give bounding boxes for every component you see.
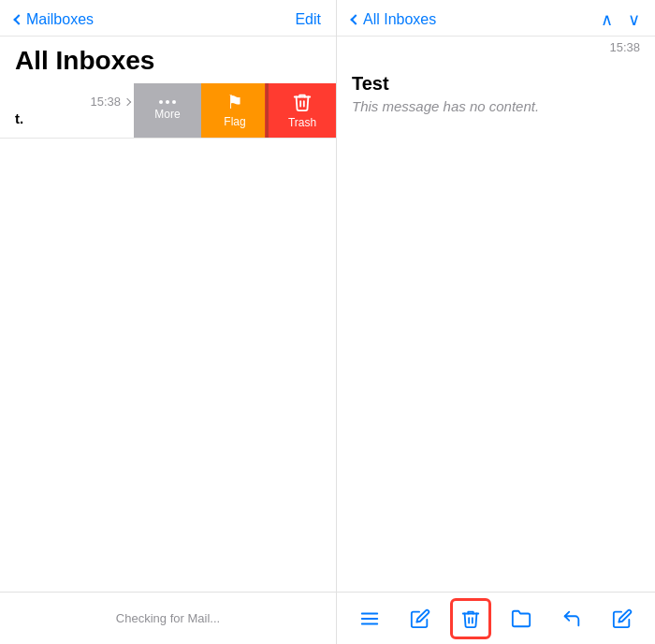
right-panel: All Inboxes ∧ ∨ 15:38 Test This message … bbox=[337, 0, 655, 644]
folder-button[interactable] bbox=[501, 598, 542, 639]
nav-down-arrow[interactable]: ∨ bbox=[628, 11, 640, 28]
compose-icon bbox=[410, 608, 430, 629]
swipe-flag-label: Flag bbox=[224, 115, 245, 128]
forward-icon bbox=[612, 608, 633, 629]
checking-status: Checking for Mail... bbox=[116, 611, 220, 625]
right-nav: All Inboxes ∧ ∨ bbox=[337, 0, 655, 37]
menu-icon bbox=[359, 608, 380, 629]
swipe-flag-button[interactable]: ⚑ Flag bbox=[201, 83, 269, 138]
nav-up-arrow[interactable]: ∧ bbox=[601, 11, 613, 28]
flag-icon: ⚑ bbox=[226, 93, 243, 111]
mail-item[interactable]: 15:38 t. More ⚑ bbox=[0, 83, 336, 139]
mail-item-time: 15:38 bbox=[90, 95, 121, 109]
right-time: 15:38 bbox=[337, 37, 655, 58]
right-toolbar bbox=[337, 592, 655, 644]
forward-button[interactable] bbox=[602, 598, 643, 639]
folder-icon bbox=[511, 608, 531, 629]
mailboxes-back-button[interactable]: Mailboxes bbox=[15, 11, 94, 28]
mailboxes-label: Mailboxes bbox=[26, 11, 94, 28]
email-body: This message has no content. bbox=[352, 98, 640, 114]
trash-swipe-icon bbox=[292, 92, 313, 112]
email-subject: Test bbox=[352, 73, 640, 95]
mail-item-time-row: 15:38 bbox=[15, 95, 130, 109]
left-nav: Mailboxes Edit bbox=[0, 0, 336, 37]
trash-toolbar-icon bbox=[460, 608, 481, 629]
dot bbox=[172, 100, 176, 104]
trash-toolbar-button[interactable] bbox=[450, 598, 491, 639]
chevron-left-icon bbox=[13, 14, 23, 24]
left-panel-title: All Inboxes bbox=[0, 37, 336, 83]
reply-icon bbox=[561, 608, 582, 629]
all-inboxes-back-button[interactable]: All Inboxes bbox=[352, 11, 436, 28]
menu-button[interactable] bbox=[349, 598, 390, 639]
chevron-left-icon bbox=[350, 14, 360, 24]
swipe-trash-button[interactable]: Trash bbox=[269, 83, 336, 138]
mail-item-chevron-icon bbox=[124, 97, 131, 105]
dot bbox=[166, 100, 169, 104]
mail-item-sender: t. bbox=[15, 110, 130, 126]
swipe-trash-label: Trash bbox=[288, 116, 316, 129]
swipe-more-label: More bbox=[154, 108, 180, 121]
email-content: Test This message has no content. bbox=[337, 58, 655, 592]
left-toolbar: Checking for Mail... bbox=[0, 592, 336, 644]
nav-arrows: ∧ ∨ bbox=[601, 11, 640, 28]
swipe-more-button[interactable]: More bbox=[134, 83, 201, 138]
all-inboxes-label: All Inboxes bbox=[363, 11, 436, 28]
mail-item-content: 15:38 t. bbox=[15, 95, 130, 126]
dot bbox=[159, 100, 163, 104]
compose-button[interactable] bbox=[400, 598, 441, 639]
more-dots-icon bbox=[159, 100, 176, 104]
swipe-actions: More ⚑ Flag Trash bbox=[134, 83, 336, 138]
reply-button[interactable] bbox=[551, 598, 592, 639]
mail-list: 15:38 t. More ⚑ bbox=[0, 83, 336, 592]
edit-button[interactable]: Edit bbox=[295, 11, 321, 28]
left-panel: Mailboxes Edit All Inboxes 15:38 t. bbox=[0, 0, 337, 644]
